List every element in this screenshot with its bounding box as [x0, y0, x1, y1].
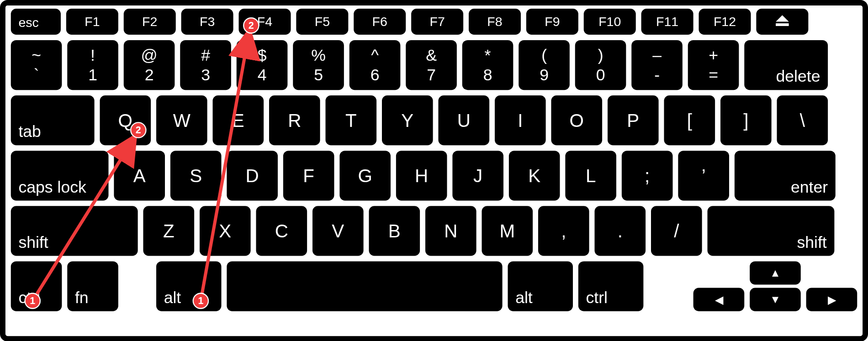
svg-marker-0	[776, 15, 789, 21]
key-5[interactable]: %5	[293, 40, 344, 90]
key-semicolon[interactable]: ;	[622, 151, 673, 200]
key-0[interactable]: )0	[575, 40, 626, 90]
key-shift-right[interactable]: shift	[708, 206, 835, 256]
key-f7[interactable]: F7	[411, 9, 463, 35]
key-f10[interactable]: F10	[584, 9, 636, 35]
key-i[interactable]: I	[495, 95, 546, 145]
key-9[interactable]: (9	[519, 40, 570, 90]
key-slash[interactable]: /	[651, 206, 702, 256]
key-d[interactable]: D	[227, 151, 278, 200]
key-f6[interactable]: F6	[354, 9, 406, 35]
key-space[interactable]	[227, 261, 502, 311]
key-bracket-close[interactable]: ]	[720, 95, 772, 145]
row-number: ~` !1 @2 #3 $4 %5 ^6 &7 *8 (9 )0 –- += d…	[11, 40, 857, 90]
key-label-bot: `	[34, 67, 39, 83]
key-eject[interactable]	[756, 9, 808, 35]
key-backslash[interactable]: \	[777, 95, 828, 145]
row-asdf: caps lock A S D F G H J K L ; ’ enter	[11, 151, 857, 200]
key-capslock[interactable]: caps lock	[11, 151, 109, 200]
key-alt-right[interactable]: alt	[508, 261, 573, 311]
key-arrow-down[interactable]: ▼	[750, 288, 801, 311]
key-shift-left[interactable]: shift	[11, 206, 138, 256]
key-x[interactable]: X	[200, 206, 251, 256]
key-c[interactable]: C	[256, 206, 307, 256]
row-qwerty: tab Q W E R T Y U I O P [ ] \	[11, 95, 857, 145]
key-v[interactable]: V	[312, 206, 364, 256]
key-arrow-left[interactable]: ◀	[693, 288, 745, 311]
key-y[interactable]: Y	[382, 95, 433, 145]
key-quote[interactable]: ’	[678, 151, 729, 200]
key-esc[interactable]: esc	[11, 9, 61, 35]
key-f11[interactable]: F11	[641, 9, 693, 35]
eject-icon	[775, 14, 789, 29]
key-f12[interactable]: F12	[699, 9, 751, 35]
key-arrow-up[interactable]: ▲	[750, 261, 801, 284]
key-o[interactable]: O	[551, 95, 603, 145]
key-h[interactable]: H	[396, 151, 447, 200]
key-t[interactable]: T	[326, 95, 377, 145]
row-modifiers: ctrl fn alt alt ctrl ◀ ▲ ▼ ▶	[11, 261, 857, 311]
key-b[interactable]: B	[369, 206, 420, 256]
svg-rect-1	[776, 23, 789, 26]
key-u[interactable]: U	[439, 95, 490, 145]
key-f3[interactable]: F3	[181, 9, 233, 35]
key-f9[interactable]: F9	[526, 9, 578, 35]
key-3[interactable]: #3	[180, 40, 231, 90]
key-k[interactable]: K	[509, 151, 560, 200]
key-a[interactable]: A	[114, 151, 165, 200]
key-f4[interactable]: F4	[239, 9, 291, 35]
row-fn: esc F1 F2 F3 F4 F5 F6 F7 F8 F9 F10 F11 F…	[11, 9, 857, 35]
key-q[interactable]: Q	[100, 95, 151, 145]
key-r[interactable]: R	[269, 95, 320, 145]
key-equals[interactable]: +=	[688, 40, 739, 90]
key-n[interactable]: N	[425, 206, 476, 256]
key-6[interactable]: ^6	[349, 40, 401, 90]
key-8[interactable]: *8	[462, 40, 513, 90]
key-minus[interactable]: –-	[631, 40, 683, 90]
key-j[interactable]: J	[452, 151, 503, 200]
key-ctrl-right[interactable]: ctrl	[578, 261, 644, 311]
key-f2[interactable]: F2	[124, 9, 176, 35]
key-period[interactable]: .	[595, 206, 646, 256]
key-backtick[interactable]: ~`	[11, 40, 62, 90]
key-tab[interactable]: tab	[11, 95, 95, 145]
key-f1[interactable]: F1	[66, 9, 118, 35]
key-f8[interactable]: F8	[469, 9, 521, 35]
key-e[interactable]: E	[213, 95, 264, 145]
key-f[interactable]: F	[283, 151, 334, 200]
key-z[interactable]: Z	[143, 206, 195, 256]
keyboard-frame: esc F1 F2 F3 F4 F5 F6 F7 F8 F9 F10 F11 F…	[0, 0, 868, 341]
key-ctrl-left[interactable]: ctrl	[11, 261, 62, 311]
key-enter[interactable]: enter	[735, 151, 836, 200]
key-bracket-open[interactable]: [	[664, 95, 715, 145]
key-label-top: ~	[32, 47, 41, 63]
key-alt-left[interactable]: alt	[156, 261, 222, 311]
key-f5[interactable]: F5	[296, 9, 348, 35]
key-arrow-right[interactable]: ▶	[806, 288, 857, 311]
key-4[interactable]: $4	[237, 40, 288, 90]
key-s[interactable]: S	[170, 151, 222, 200]
key-m[interactable]: M	[482, 206, 533, 256]
key-fn[interactable]: fn	[67, 261, 118, 311]
key-g[interactable]: G	[339, 151, 391, 200]
key-p[interactable]: P	[608, 95, 659, 145]
key-1[interactable]: !1	[67, 40, 118, 90]
key-2[interactable]: @2	[124, 40, 175, 90]
key-l[interactable]: L	[565, 151, 616, 200]
key-delete[interactable]: delete	[744, 40, 828, 90]
key-7[interactable]: &7	[406, 40, 457, 90]
key-comma[interactable]: ,	[538, 206, 589, 256]
row-zxcv: shift Z X C V B N M , . / shift	[11, 206, 857, 256]
key-w[interactable]: W	[156, 95, 207, 145]
